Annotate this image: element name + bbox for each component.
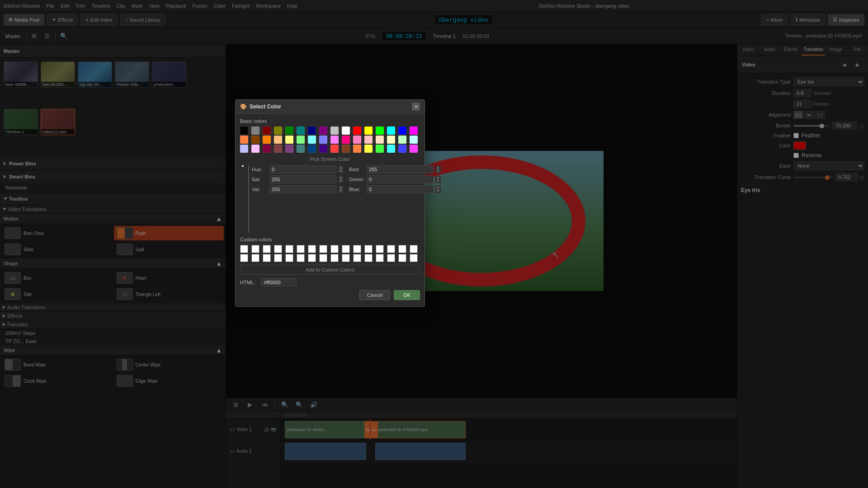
- basic-color-cell[interactable]: [398, 127, 406, 135]
- basic-color-cell[interactable]: [308, 145, 316, 153]
- val-spinners: ▲ ▼: [338, 186, 344, 193]
- basic-color-cell[interactable]: [308, 136, 316, 144]
- custom-color-cell[interactable]: [308, 254, 316, 262]
- basic-color-cell[interactable]: [376, 145, 384, 153]
- basic-color-cell[interactable]: [251, 136, 259, 144]
- add-custom-btn[interactable]: Add to Custom Colors: [240, 265, 420, 275]
- custom-color-cell[interactable]: [364, 245, 373, 253]
- basic-color-cell[interactable]: [376, 136, 384, 144]
- basic-color-cell[interactable]: [274, 127, 282, 135]
- custom-color-cell[interactable]: [410, 245, 418, 253]
- custom-color-cell[interactable]: [410, 254, 418, 262]
- html-input[interactable]: [261, 278, 297, 286]
- custom-color-cell[interactable]: [297, 245, 305, 253]
- blue-down-btn[interactable]: ▼: [435, 189, 441, 193]
- basic-color-cell[interactable]: [330, 127, 339, 135]
- basic-color-cell[interactable]: [263, 127, 271, 135]
- custom-color-cell[interactable]: [285, 245, 293, 253]
- basic-color-cell[interactable]: [263, 136, 271, 144]
- basic-color-cell[interactable]: [274, 136, 282, 144]
- custom-color-cell[interactable]: [274, 245, 282, 253]
- custom-color-cell[interactable]: [376, 254, 384, 262]
- basic-color-cell[interactable]: [398, 136, 406, 144]
- custom-color-cell[interactable]: [387, 245, 395, 253]
- basic-color-cell[interactable]: [387, 136, 395, 144]
- hue-down-btn[interactable]: ▼: [338, 169, 344, 173]
- basic-color-cell[interactable]: [410, 136, 418, 144]
- basic-color-cell[interactable]: [410, 127, 418, 135]
- red-down-btn[interactable]: ▼: [435, 169, 441, 173]
- basic-color-cell[interactable]: [251, 127, 259, 135]
- custom-color-cell[interactable]: [297, 254, 305, 262]
- custom-color-cell[interactable]: [251, 254, 259, 262]
- sat-input[interactable]: [269, 175, 336, 183]
- basic-color-cell[interactable]: [353, 136, 361, 144]
- basic-color-cell[interactable]: [240, 136, 248, 144]
- basic-color-cell[interactable]: [285, 136, 293, 144]
- basic-color-cell[interactable]: [387, 145, 395, 153]
- pick-screen-btn[interactable]: Pick Screen Color: [240, 156, 420, 162]
- basic-color-cell[interactable]: [308, 127, 316, 135]
- basic-color-cell[interactable]: [376, 127, 384, 135]
- hue-input[interactable]: [269, 165, 336, 174]
- custom-color-cell[interactable]: [330, 254, 339, 262]
- basic-color-cell[interactable]: [342, 145, 350, 153]
- custom-color-cell[interactable]: [330, 245, 339, 253]
- val-input[interactable]: [269, 185, 336, 193]
- ok-btn[interactable]: OK: [394, 290, 420, 300]
- basic-color-cell[interactable]: [353, 145, 361, 153]
- basic-color-cell[interactable]: [364, 136, 373, 144]
- dialog-close-btn[interactable]: ✕: [412, 103, 420, 111]
- custom-color-cell[interactable]: [364, 254, 373, 262]
- basic-color-cell[interactable]: [342, 127, 350, 135]
- sat-down-btn[interactable]: ▼: [338, 179, 344, 183]
- basic-color-cell[interactable]: [319, 136, 327, 144]
- basic-color-cell[interactable]: [297, 127, 305, 135]
- basic-color-cell[interactable]: [240, 145, 248, 153]
- basic-color-cell[interactable]: [364, 145, 373, 153]
- custom-color-cell[interactable]: [251, 245, 259, 253]
- val-down-btn[interactable]: ▼: [338, 189, 344, 193]
- basic-color-cell[interactable]: [398, 145, 406, 153]
- green-input[interactable]: [367, 175, 434, 183]
- custom-color-cell[interactable]: [263, 254, 271, 262]
- basic-color-cell[interactable]: [263, 145, 271, 153]
- custom-color-cell[interactable]: [274, 254, 282, 262]
- custom-color-cell[interactable]: [240, 245, 248, 253]
- custom-color-cell[interactable]: [285, 254, 293, 262]
- custom-color-cell[interactable]: [263, 245, 271, 253]
- custom-color-cell[interactable]: [398, 254, 406, 262]
- basic-color-cell[interactable]: [285, 145, 293, 153]
- basic-color-cell[interactable]: [342, 136, 350, 144]
- custom-color-cell[interactable]: [353, 254, 361, 262]
- red-input[interactable]: [367, 165, 434, 174]
- custom-color-cell[interactable]: [342, 254, 350, 262]
- custom-color-cell[interactable]: [376, 245, 384, 253]
- basic-color-cell[interactable]: [251, 145, 259, 153]
- custom-color-cell[interactable]: [319, 245, 327, 253]
- basic-color-cell[interactable]: [274, 145, 282, 153]
- basic-color-cell[interactable]: [353, 127, 361, 135]
- custom-color-cell[interactable]: [308, 245, 316, 253]
- basic-color-cell[interactable]: [319, 127, 327, 135]
- basic-color-cell[interactable]: [330, 136, 339, 144]
- custom-color-cell[interactable]: [342, 245, 350, 253]
- custom-color-cell[interactable]: [398, 245, 406, 253]
- basic-color-cell[interactable]: [297, 145, 305, 153]
- basic-color-cell[interactable]: [364, 127, 373, 135]
- basic-color-cell[interactable]: [410, 145, 418, 153]
- basic-color-cell[interactable]: [330, 145, 339, 153]
- custom-color-cell[interactable]: [387, 254, 395, 262]
- custom-color-cell[interactable]: [319, 254, 327, 262]
- basic-color-cell[interactable]: [297, 136, 305, 144]
- basic-color-cell[interactable]: [285, 127, 293, 135]
- blue-input[interactable]: [367, 185, 434, 193]
- custom-color-cell[interactable]: [240, 254, 248, 262]
- custom-color-cell[interactable]: [353, 245, 361, 253]
- cancel-btn[interactable]: Cancel: [359, 290, 390, 300]
- green-down-btn[interactable]: ▼: [435, 179, 441, 183]
- basic-color-cell[interactable]: [240, 127, 248, 135]
- html-row: HTML:: [240, 278, 420, 286]
- basic-color-cell[interactable]: [319, 145, 327, 153]
- basic-color-cell[interactable]: [387, 127, 395, 135]
